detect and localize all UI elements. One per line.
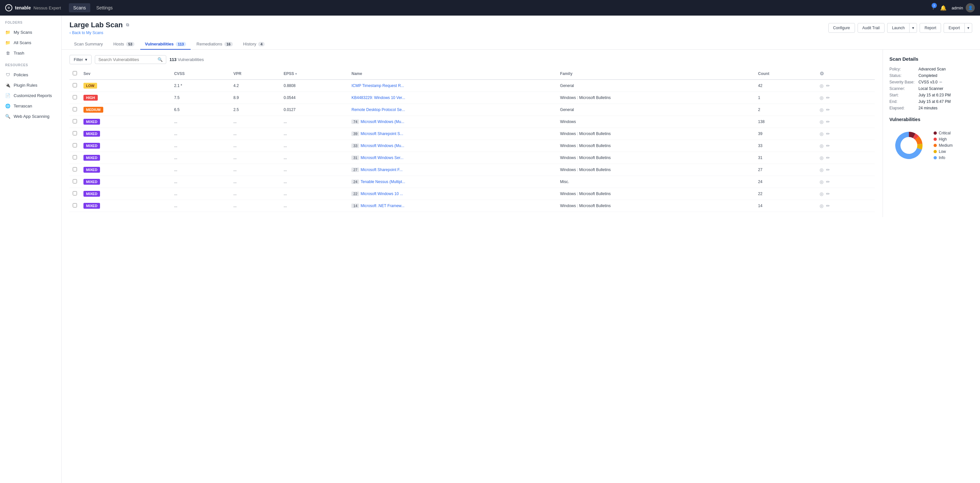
export-dropdown-arrow[interactable]: ▾ [964, 23, 972, 33]
filter-button[interactable]: Filter ▾ [70, 55, 92, 64]
export-button[interactable]: Export [943, 23, 964, 33]
tab-scan-summary[interactable]: Scan Summary [70, 39, 108, 50]
row-checkbox-10[interactable] [73, 203, 77, 207]
tab-remediations[interactable]: Remediations 16 [192, 39, 237, 50]
name-cell-8[interactable]: 24Tenable Nessus (Multipl... [348, 176, 557, 188]
report-button[interactable]: Report [920, 23, 941, 33]
configure-button[interactable]: Configure [828, 23, 855, 33]
row-checkbox-2[interactable] [73, 107, 77, 111]
cvss-cell-10: ... [171, 200, 230, 212]
family-cell-3: Windows [557, 116, 755, 128]
launch-dropdown-arrow[interactable]: ▾ [909, 23, 917, 33]
sidebar-item-web-app-scanning[interactable]: 🔍 Web App Scanning [0, 111, 61, 121]
row-checkbox-4[interactable] [73, 131, 77, 135]
name-cell-0[interactable]: ICMP Timestamp Request R... [348, 79, 557, 92]
edit-icon-9[interactable]: ✏ [826, 191, 830, 196]
table-row: MIXED ... ... ... 74Microsoft Windows (M… [70, 116, 875, 128]
col-epss[interactable]: EPSS ▾ [280, 68, 348, 79]
edit-icon-2[interactable]: ✏ [939, 80, 942, 84]
bell-icon[interactable]: 🔔 [940, 5, 947, 11]
edit-icon-8[interactable]: ✏ [826, 179, 830, 184]
copy-icon[interactable]: ⧉ [126, 22, 129, 28]
edit-icon-7[interactable]: ✏ [826, 167, 830, 172]
accept-risk-icon-8[interactable]: ◎ [819, 179, 824, 184]
nav-scans[interactable]: Scans [69, 3, 91, 12]
page-title-area: Large Lab Scan ⧉ ‹ Back to My Scans [70, 21, 129, 35]
epss-cell-5: ... [280, 140, 348, 152]
user-menu[interactable]: admin 👤 [952, 3, 975, 12]
legend-dot-critical [934, 132, 937, 135]
avatar: 👤 [966, 3, 975, 12]
name-cell-10[interactable]: 14Microsoft .NET Framew... [348, 200, 557, 212]
table-row: MIXED ... ... ... 27Microsoft Sharepoint… [70, 164, 875, 176]
accept-risk-icon-1[interactable]: ◎ [819, 95, 824, 100]
sidebar-item-customized-reports[interactable]: 📄 Customized Reports [0, 90, 61, 101]
edit-icon-0[interactable]: ✏ [826, 83, 830, 88]
name-cell-5[interactable]: 33Microsoft Windows (Mu... [348, 140, 557, 152]
accept-risk-icon-2[interactable]: ◎ [819, 107, 824, 112]
name-cell-9[interactable]: 22Microsoft Windows 10 ... [348, 188, 557, 200]
accept-risk-icon-10[interactable]: ◎ [819, 203, 824, 208]
sidebar-item-all-scans[interactable]: 📁 All Scans [0, 37, 61, 48]
audit-trail-button[interactable]: Audit Trail [858, 23, 885, 33]
launch-button[interactable]: Launch [887, 23, 909, 33]
table-settings-icon[interactable]: ⚙ [819, 71, 824, 76]
row-checkbox-7[interactable] [73, 167, 77, 172]
edit-icon-4[interactable]: ✏ [826, 131, 830, 136]
name-cell-1[interactable]: KB4483229: Windows 10 Ver... [348, 92, 557, 104]
tab-history[interactable]: History 4 [239, 39, 269, 50]
notifications-button[interactable]: ? 3 [932, 5, 935, 11]
tab-hosts[interactable]: Hosts 53 [109, 39, 139, 50]
nav-settings[interactable]: Settings [92, 3, 117, 12]
accept-risk-icon-0[interactable]: ◎ [819, 83, 824, 88]
accept-risk-icon-3[interactable]: ◎ [819, 119, 824, 124]
row-checkbox-1[interactable] [73, 95, 77, 99]
name-cell-7[interactable]: 27Microsoft Sharepoint F... [348, 164, 557, 176]
edit-icon-5[interactable]: ✏ [826, 143, 830, 148]
row-checkbox-8[interactable] [73, 179, 77, 183]
sidebar-item-plugin-rules[interactable]: 🔌 Plugin Rules [0, 80, 61, 90]
search-input[interactable] [99, 57, 158, 62]
vpr-cell-0: 4.2 [230, 79, 280, 92]
sidebar-item-policies[interactable]: 🛡 Policies [0, 70, 61, 80]
row-checkbox-3[interactable] [73, 119, 77, 123]
name-cell-2[interactable]: Remote Desktop Protocol Se... [348, 104, 557, 116]
accept-risk-icon-7[interactable]: ◎ [819, 167, 824, 172]
sidebar-item-terrascan[interactable]: 🌐 Terrascan [0, 101, 61, 111]
tab-scan-summary-label: Scan Summary [74, 41, 103, 46]
count-cell-0: 42 [755, 79, 816, 92]
edit-icon-6[interactable]: ✏ [826, 155, 830, 160]
back-to-my-scans-link[interactable]: ‹ Back to My Scans [70, 30, 129, 35]
accept-risk-icon-4[interactable]: ◎ [819, 131, 824, 136]
row-checkbox-6[interactable] [73, 155, 77, 159]
name-cell-6[interactable]: 31Microsoft Windows Ser... [348, 152, 557, 164]
family-cell-8: Misc. [557, 176, 755, 188]
chevron-left-icon: ‹ [70, 30, 71, 35]
family-cell-7: Windows : Microsoft Bulletins [557, 164, 755, 176]
sidebar-label-plugin-rules: Plugin Rules [14, 83, 37, 87]
row-checkbox-0[interactable] [73, 83, 77, 87]
edit-icon-10[interactable]: ✏ [826, 203, 830, 208]
tab-vulnerabilities[interactable]: Vulnerabilities 113 [140, 39, 191, 50]
accept-risk-icon-6[interactable]: ◎ [819, 155, 824, 160]
sidebar-item-trash[interactable]: 🗑 Trash [0, 48, 61, 58]
content-area: Filter ▾ 🔍 113 Vulnerabilities [62, 50, 980, 217]
table-row: MIXED ... ... ... 39Microsoft Sharepoint… [70, 128, 875, 140]
select-all-checkbox[interactable] [73, 71, 77, 75]
accept-risk-icon-5[interactable]: ◎ [819, 143, 824, 148]
name-cell-4[interactable]: 39Microsoft Sharepoint S... [348, 128, 557, 140]
table-section: Filter ▾ 🔍 113 Vulnerabilities [62, 50, 883, 217]
family-cell-6: Windows : Microsoft Bulletins [557, 152, 755, 164]
scan-details-title: Scan Details [889, 56, 974, 62]
row-checkbox-5[interactable] [73, 143, 77, 147]
chart-container: CriticalHighMediumLowInfo [889, 126, 974, 165]
name-cell-3[interactable]: 74Microsoft Windows (Mu... [348, 116, 557, 128]
accept-risk-icon-9[interactable]: ◎ [819, 191, 824, 196]
edit-icon-3[interactable]: ✏ [826, 119, 830, 124]
row-checkbox-9[interactable] [73, 191, 77, 195]
sidebar-item-my-scans[interactable]: 📁 My Scans [0, 27, 61, 37]
table-row: MIXED ... ... ... 14Microsoft .NET Frame… [70, 200, 875, 212]
epss-cell-8: ... [280, 176, 348, 188]
edit-icon-2[interactable]: ✏ [826, 107, 830, 112]
edit-icon-1[interactable]: ✏ [826, 95, 830, 100]
